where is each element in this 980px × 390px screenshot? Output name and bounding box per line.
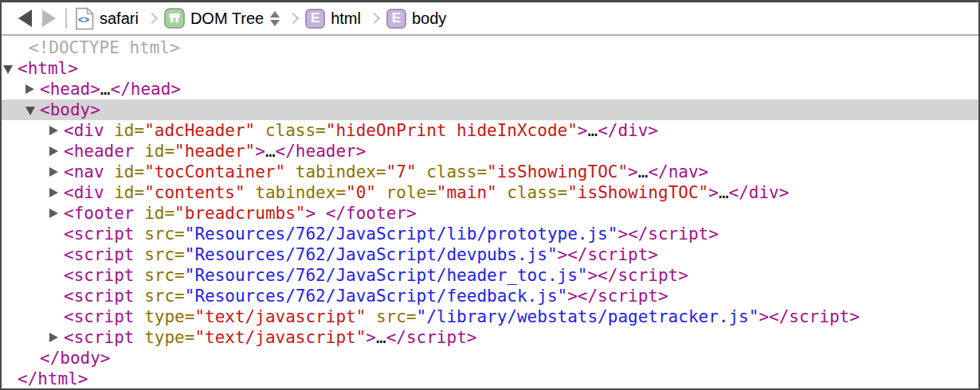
code-segment-tag: <script: [64, 307, 135, 326]
code-segment-dots: …: [376, 328, 386, 347]
code-segment-dots: …: [587, 121, 598, 140]
row-body-open[interactable]: <body>: [2, 99, 978, 120]
toolbar-divider: [65, 8, 67, 29]
disclosure-closed-icon[interactable]: [49, 333, 58, 342]
code-segment-val: "0": [346, 183, 376, 202]
disclosure-open-icon[interactable]: [3, 65, 13, 74]
row-html-open[interactable]: <html>: [2, 58, 978, 79]
stepper-icon[interactable]: [270, 11, 280, 26]
code-segment-tag: </div>: [598, 121, 658, 140]
inspector-toolbar: <> safari DOM Tree E html E: [2, 2, 978, 36]
code-segment-val: "header": [174, 142, 255, 161]
code-segment-tag: </head>: [111, 80, 182, 99]
svg-text:<>: <>: [78, 14, 89, 25]
code-segment-attr: id=: [135, 142, 175, 161]
row-div-adcheader[interactable]: <div id="adcHeader" class="hideOnPrint h…: [2, 120, 978, 141]
code-segment-tag: <div: [64, 183, 104, 202]
code-segment-link: "Resources/762/JavaScript/header_toc.js": [185, 266, 588, 285]
code-segment-val: "adcHeader": [144, 121, 255, 140]
code-segment-attr: id=: [104, 183, 145, 202]
code-segment-tag: ></script>: [567, 287, 668, 306]
code-segment-tag: <header: [64, 142, 135, 161]
code-segment-val: "breadcrumbs": [174, 204, 305, 223]
element-badge-icon: E: [305, 9, 325, 29]
code-segment-tag: ></script>: [558, 245, 658, 264]
row-nav-toccontainer[interactable]: <nav id="tocContainer" tabindex="7" clas…: [2, 162, 978, 182]
code-segment-dots: …: [100, 80, 111, 99]
code-segment-tag: <script: [64, 245, 135, 264]
disclosure-closed-icon[interactable]: [49, 209, 58, 218]
disclosure-closed-icon[interactable]: [49, 126, 58, 135]
forward-arrow-icon: [42, 10, 56, 27]
code-segment-link: "/library/webstats/pagetracker.js": [417, 307, 759, 326]
disclosure-open-icon[interactable]: [25, 107, 35, 115]
code-segment-tag: </div>: [729, 183, 790, 202]
code-segment-val: "contents": [144, 183, 245, 202]
row-script-inline[interactable]: <script type="text/javascript">…</script…: [2, 327, 978, 348]
row-html-close[interactable]: </html>: [2, 369, 978, 389]
row-script-header-toc[interactable]: <script src="Resources/762/JavaScript/he…: [2, 265, 978, 286]
breadcrumb-html-label: html: [331, 10, 361, 28]
code-segment-val: "main": [437, 183, 497, 202]
dom-tree: <!DOCTYPE html><html><head>…</head><body…: [2, 36, 978, 389]
row-body-close[interactable]: </body>: [2, 348, 978, 369]
code-segment-tag: >: [255, 142, 265, 161]
code-segment-tag: <script: [64, 328, 135, 347]
code-segment-val: "isShowingTOC": [567, 183, 708, 202]
code-segment-plain: [316, 204, 326, 223]
code-segment-attr: src=: [135, 224, 185, 244]
code-segment-attr: tabindex=: [285, 162, 386, 181]
row-script-prototype[interactable]: <script src="Resources/762/JavaScript/li…: [2, 224, 978, 244]
row-script-pagetracker[interactable]: <script type="text/javascript" src="/lib…: [2, 306, 978, 327]
code-segment-link: "Resources/762/JavaScript/devpubs.js": [185, 245, 558, 264]
code-segment-tag: <head>: [40, 80, 100, 99]
chevron-separator-icon: [369, 13, 380, 24]
disclosure-closed-icon[interactable]: [25, 84, 34, 94]
breadcrumb-body[interactable]: E body: [386, 9, 446, 29]
element-badge-icon: E: [386, 9, 406, 29]
row-footer-breadcrumbs[interactable]: <footer id="breadcrumbs"> </footer>: [2, 203, 978, 224]
code-segment-tag: <script: [64, 266, 135, 285]
breadcrumb-dom-tree[interactable]: DOM Tree: [164, 8, 280, 29]
chevron-separator-icon: [147, 13, 158, 24]
code-segment-tag: </nav>: [648, 162, 708, 181]
code-segment-link: "Resources/762/JavaScript/lib/prototype.…: [185, 224, 618, 244]
row-script-feedback[interactable]: <script src="Resources/762/JavaScript/fe…: [2, 286, 978, 306]
code-segment-attr: src=: [135, 287, 185, 306]
web-inspector-window: <> safari DOM Tree E html E: [0, 0, 980, 390]
row-header[interactable]: <header id="header">…</header>: [2, 141, 978, 162]
forward-button[interactable]: [37, 6, 61, 30]
code-segment-attr: class=: [497, 183, 568, 202]
code-segment-attr: class=: [255, 121, 326, 140]
stepper-up-icon: [270, 11, 280, 18]
back-button[interactable]: [13, 6, 37, 30]
code-segment-tag: ></script>: [587, 266, 688, 285]
code-segment-link: "Resources/762/JavaScript/feedback.js": [185, 287, 567, 306]
code-segment-tag: </html>: [18, 369, 88, 388]
code-segment-dots: …: [638, 162, 649, 181]
breadcrumb-safari[interactable]: <> safari: [75, 7, 139, 30]
code-segment-tag: >: [708, 183, 719, 202]
back-arrow-icon: [18, 10, 32, 27]
breadcrumb-html[interactable]: E html: [305, 9, 361, 29]
disclosure-closed-icon[interactable]: [49, 146, 58, 156]
row-doctype[interactable]: <!DOCTYPE html>: [2, 37, 978, 58]
breadcrumb-dom-tree-label: DOM Tree: [190, 10, 264, 28]
dom-tree-icon: [164, 8, 185, 29]
code-segment-val: "text/javascript": [194, 328, 366, 347]
code-segment-tag: <div: [64, 121, 104, 140]
row-div-contents[interactable]: <div id="contents" tabindex="0" role="ma…: [2, 182, 978, 203]
code-segment-tag: <html>: [18, 59, 78, 78]
disclosure-closed-icon[interactable]: [49, 188, 58, 197]
code-segment-attr: src=: [135, 266, 185, 285]
breadcrumb-body-label: body: [412, 10, 446, 28]
code-segment-tag: </body>: [40, 349, 111, 368]
disclosure-closed-icon[interactable]: [49, 167, 58, 177]
code-segment-tag: >: [578, 121, 588, 140]
stepper-down-icon: [270, 20, 280, 26]
code-segment-tag: </script>: [386, 328, 477, 347]
row-script-devpubs[interactable]: <script src="Resources/762/JavaScript/de…: [2, 244, 978, 265]
code-segment-attr: class=: [417, 162, 488, 181]
row-head[interactable]: <head>…</head>: [2, 79, 978, 99]
code-segment-tag: <nav: [64, 162, 104, 181]
